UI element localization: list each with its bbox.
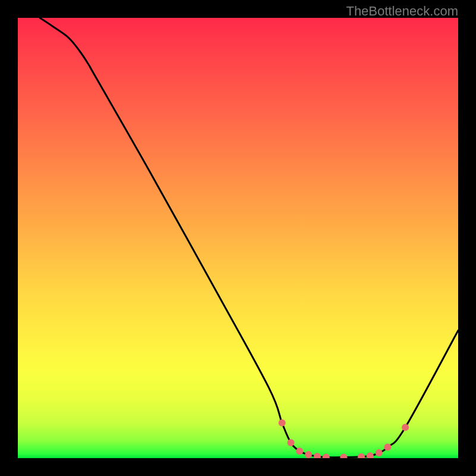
curve-marker bbox=[402, 424, 409, 431]
curve-marker bbox=[305, 451, 312, 458]
curve-marker bbox=[287, 439, 295, 446]
curve-markers bbox=[278, 419, 409, 458]
curve-layer bbox=[18, 18, 458, 458]
attribution-label: TheBottleneck.com bbox=[346, 4, 458, 19]
curve-marker bbox=[384, 444, 392, 451]
chart-area bbox=[18, 18, 458, 458]
bottleneck-curve bbox=[40, 18, 458, 458]
curve-marker bbox=[322, 454, 330, 458]
curve-marker bbox=[296, 447, 303, 455]
curve-marker bbox=[375, 449, 383, 456]
curve-marker bbox=[340, 454, 347, 458]
curve-marker bbox=[367, 452, 374, 458]
curve-marker bbox=[278, 419, 286, 427]
curve-marker bbox=[314, 453, 321, 458]
curve-marker bbox=[358, 453, 365, 458]
